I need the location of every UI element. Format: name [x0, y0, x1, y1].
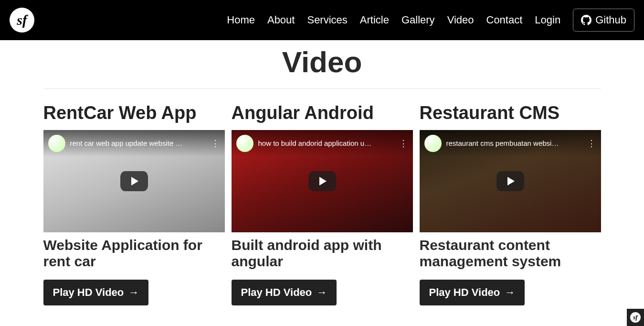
video-card-title: Angular Android — [232, 103, 413, 123]
video-card-title: RentCar Web App — [43, 103, 225, 123]
channel-avatar-icon — [236, 135, 253, 152]
channel-avatar-icon — [48, 135, 65, 152]
nav-login[interactable]: Login — [535, 14, 560, 26]
video-thumb-header: how to build andorid application u… ⋮ — [232, 130, 413, 157]
video-card: Restaurant CMS restaurant cms pembuatan … — [420, 103, 601, 305]
video-thumb-title: how to build andorid application u… — [258, 139, 394, 147]
github-icon — [581, 15, 591, 25]
video-thumb-title: rent car web app update website … — [70, 139, 206, 147]
arrow-right-icon: → — [128, 286, 139, 299]
video-thumb-title: restaurant cms pembuatan websi… — [446, 139, 582, 147]
github-button-label: Github — [595, 14, 626, 26]
nav-about[interactable]: About — [267, 14, 295, 26]
play-hd-button-label: Play HD Video — [429, 286, 500, 299]
arrow-right-icon: → — [505, 286, 515, 299]
play-hd-button-label: Play HD Video — [241, 286, 312, 299]
arrow-right-icon: → — [317, 286, 327, 299]
kebab-menu-icon[interactable]: ⋮ — [399, 139, 408, 148]
github-button[interactable]: Github — [573, 9, 634, 32]
video-card-subtitle: Built android app with angular — [232, 237, 413, 270]
site-logo-text: sf — [17, 12, 27, 28]
symfony-badge[interactable]: sf — [627, 309, 644, 325]
kebab-menu-icon[interactable]: ⋮ — [211, 139, 220, 148]
play-hd-button[interactable]: Play HD Video → — [232, 280, 337, 305]
play-icon[interactable] — [120, 171, 148, 191]
video-thumb-header: restaurant cms pembuatan websi… ⋮ — [420, 130, 601, 157]
play-icon[interactable] — [496, 171, 524, 191]
play-hd-button[interactable]: Play HD Video → — [420, 280, 525, 305]
video-thumbnail[interactable]: rent car web app update website … ⋮ — [43, 130, 225, 232]
nav-video[interactable]: Video — [447, 14, 474, 26]
video-thumbnail[interactable]: restaurant cms pembuatan websi… ⋮ — [420, 130, 601, 232]
navbar: sf Home About Services Article Gallery V… — [0, 0, 644, 40]
video-card: RentCar Web App rent car web app update … — [43, 103, 225, 305]
video-card: Angular Android how to build andorid app… — [232, 103, 413, 305]
nav-gallery[interactable]: Gallery — [401, 14, 435, 26]
video-card-subtitle: Website Application for rent car — [43, 237, 225, 270]
video-thumb-header: rent car web app update website … ⋮ — [43, 130, 225, 157]
play-hd-button[interactable]: Play HD Video → — [43, 280, 149, 305]
kebab-menu-icon[interactable]: ⋮ — [587, 139, 596, 148]
channel-avatar-icon — [424, 135, 442, 152]
nav-links: Home About Services Article Gallery Vide… — [227, 9, 634, 32]
nav-services[interactable]: Services — [307, 14, 347, 26]
symfony-badge-text: sf — [630, 312, 641, 323]
nav-contact[interactable]: Contact — [486, 14, 523, 26]
nav-article[interactable]: Article — [360, 14, 389, 26]
play-hd-button-label: Play HD Video — [53, 286, 124, 299]
play-icon[interactable] — [308, 171, 336, 191]
main-content: Video RentCar Web App rent car web app u… — [17, 45, 628, 325]
video-card-title: Restaurant CMS — [420, 103, 601, 123]
site-logo[interactable]: sf — [10, 8, 34, 33]
video-grid: RentCar Web App rent car web app update … — [43, 103, 601, 305]
page-title: Video — [43, 45, 601, 79]
video-thumbnail[interactable]: how to build andorid application u… ⋮ — [232, 130, 413, 232]
video-card-subtitle: Restaurant content management system — [420, 237, 601, 270]
nav-home[interactable]: Home — [227, 14, 255, 26]
divider — [43, 88, 601, 89]
